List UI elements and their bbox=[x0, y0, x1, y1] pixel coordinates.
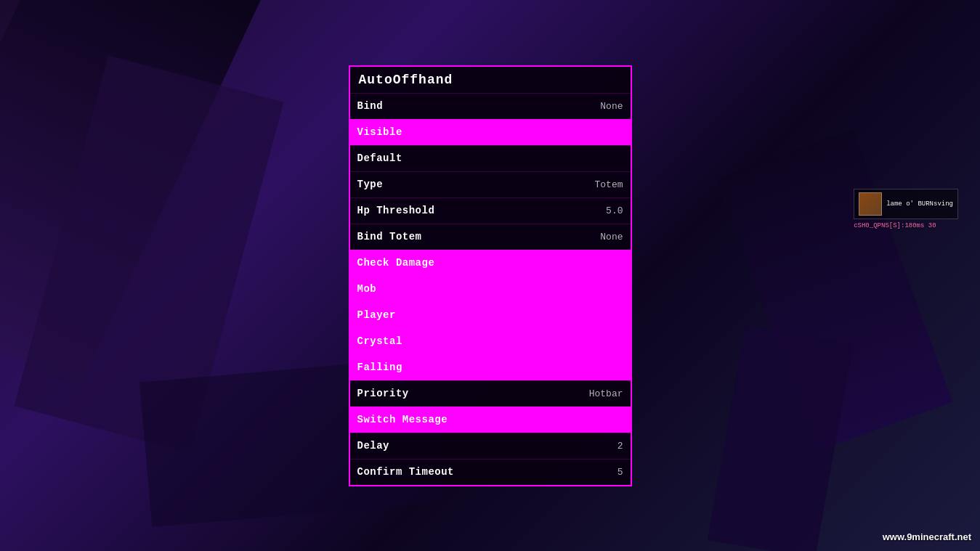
menu-item-value: 5 bbox=[617, 467, 623, 478]
menu-item-label: Hp Threshold bbox=[357, 205, 435, 216]
watermark: www.9minecraft.net bbox=[883, 531, 971, 542]
bg-shape-4 bbox=[708, 325, 853, 551]
menu-item-type[interactable]: TypeTotem bbox=[350, 171, 631, 197]
hud-overlay: lame o' BURNsving cSH0_QPN5[S]:180ms 30 bbox=[854, 189, 958, 229]
hud-avatar bbox=[859, 192, 882, 216]
autooffhand-panel: AutoOffhand BindNoneVisibleDefaultTypeTo… bbox=[349, 65, 632, 486]
menu-item-value: 5.0 bbox=[606, 205, 623, 216]
menu-item-label: Mob bbox=[357, 283, 377, 295]
menu-item-label: Bind Totem bbox=[357, 231, 422, 242]
menu-item-visible[interactable]: Visible bbox=[350, 119, 631, 145]
hud-player-box: lame o' BURNsving bbox=[854, 189, 958, 219]
menu-item-label: Delay bbox=[357, 440, 390, 452]
menu-item-label: Switch Message bbox=[357, 414, 448, 425]
menu-item-value: Hotbar bbox=[589, 388, 623, 399]
menu-item-label: Priority bbox=[357, 388, 409, 399]
menu-item-bind-totem[interactable]: Bind TotemNone bbox=[350, 224, 631, 250]
menu-item-value: 2 bbox=[617, 441, 623, 452]
menu-item-value: None bbox=[600, 232, 623, 242]
menu-item-label: Type bbox=[357, 179, 384, 190]
hud-player-name: lame o' BURNsving bbox=[886, 200, 953, 208]
menu-item-hp-threshold[interactable]: Hp Threshold5.0 bbox=[350, 197, 631, 224]
menu-item-delay[interactable]: Delay2 bbox=[350, 433, 631, 459]
menu-item-bind[interactable]: BindNone bbox=[350, 93, 631, 119]
menu-item-label: Check Damage bbox=[357, 257, 435, 269]
menu-item-check-damage[interactable]: Check Damage bbox=[350, 250, 631, 276]
menu-item-player[interactable]: Player bbox=[350, 302, 631, 328]
menu-item-label: Default bbox=[357, 152, 402, 164]
panel-container: AutoOffhand BindNoneVisibleDefaultTypeTo… bbox=[349, 65, 632, 486]
hud-ping: cSH0_QPN5[S]:180ms 30 bbox=[854, 222, 958, 229]
menu-item-label: Player bbox=[357, 309, 396, 321]
menu-item-confirm-timeout[interactable]: Confirm Timeout5 bbox=[350, 459, 631, 485]
menu-item-value: Totem bbox=[594, 179, 623, 190]
menu-item-mob[interactable]: Mob bbox=[350, 276, 631, 302]
menu-item-value: None bbox=[600, 101, 623, 112]
menu-items-list: BindNoneVisibleDefaultTypeTotemHp Thresh… bbox=[350, 93, 631, 485]
menu-item-switch-message[interactable]: Switch Message bbox=[350, 407, 631, 433]
menu-item-default[interactable]: Default bbox=[350, 145, 631, 171]
menu-item-label: Crystal bbox=[357, 335, 402, 347]
menu-item-label: Bind bbox=[357, 100, 384, 112]
menu-item-label: Confirm Timeout bbox=[357, 466, 455, 478]
panel-title: AutoOffhand bbox=[350, 67, 631, 93]
menu-item-falling[interactable]: Falling bbox=[350, 354, 631, 380]
menu-item-crystal[interactable]: Crystal bbox=[350, 328, 631, 354]
menu-item-label: Visible bbox=[357, 126, 402, 138]
menu-item-priority[interactable]: PriorityHotbar bbox=[350, 380, 631, 407]
menu-item-label: Falling bbox=[357, 362, 402, 373]
